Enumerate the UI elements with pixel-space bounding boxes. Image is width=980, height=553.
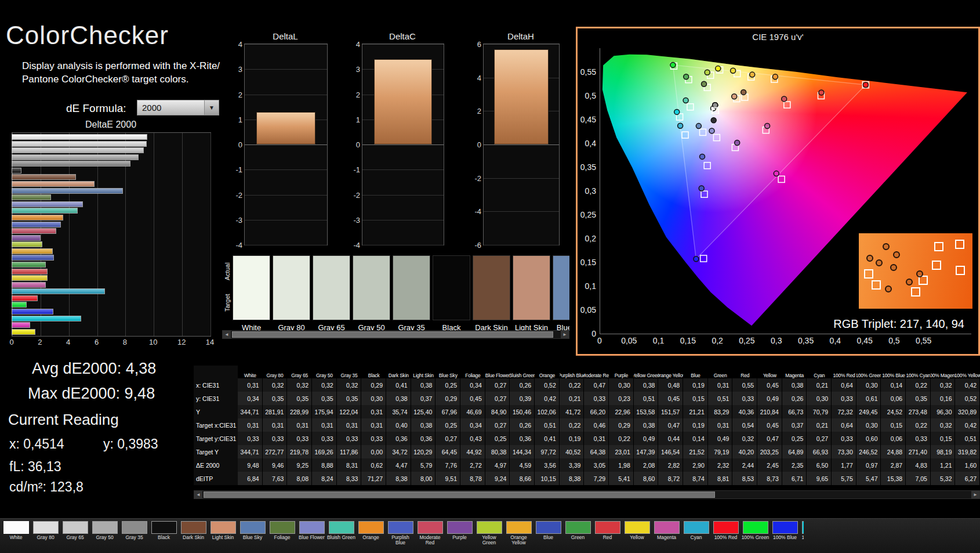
toolbar-patch-button[interactable]: Cyan <box>681 519 711 553</box>
table-cell: 6,71 <box>782 472 807 485</box>
toolbar-patch-button[interactable]: White <box>1 519 31 553</box>
toolbar-patch-button[interactable]: Blue Flower <box>297 519 326 553</box>
de-bars <box>12 133 210 336</box>
toolbar-patch-button[interactable]: 100% Green <box>741 519 770 553</box>
inset-target-marker <box>864 269 873 279</box>
toolbar-patch-chip <box>743 521 768 534</box>
cc-table: WhiteGray 80Gray 65Gray 50Gray 35BlackDa… <box>194 366 980 485</box>
table-cell: 0,33 <box>312 432 337 445</box>
toolbar-patch-button[interactable]: Red <box>593 519 622 553</box>
table-cell: 0,15 <box>881 418 906 432</box>
cie-panel: CIE 1976 u'v' 00,050,10,150,20,250,30,35… <box>576 27 980 356</box>
toolbar-patch-button[interactable]: Light Skin <box>208 519 238 553</box>
table-cell: 40,52 <box>560 445 585 458</box>
toolbar-patch-button[interactable]: Yellow <box>622 519 652 553</box>
table-cell: 97,72 <box>535 445 560 458</box>
toolbar-patch-chip <box>92 521 118 534</box>
toolbar-patch-button[interactable]: Magenta <box>652 519 681 553</box>
toolbar-patch-button[interactable]: Purplish Blue <box>386 519 415 553</box>
table-cell: 70,79 <box>807 405 832 418</box>
table-cell: 0,22 <box>906 378 931 392</box>
axis-tick-label: 0,45 <box>857 336 873 345</box>
table-column-header: Bluish Green <box>510 366 535 378</box>
table-cell: 0,42 <box>535 392 560 405</box>
table-scroll-thumb[interactable] <box>204 491 715 498</box>
table-cell: 228,99 <box>287 405 312 418</box>
table-cell: 153,58 <box>634 405 659 418</box>
toolbar-patch-button[interactable]: Blue Sky <box>238 519 267 553</box>
table-cell: 0,31 <box>584 432 609 445</box>
toolbar-patch-button[interactable]: 100% Blue <box>770 519 800 553</box>
axis-tick-label: 0 <box>228 140 242 149</box>
table-cell: 0,47 <box>757 432 782 445</box>
scroll-right-icon[interactable]: ► <box>971 491 979 498</box>
table-cell: 66,93 <box>807 445 832 458</box>
table-cell: 0,29 <box>435 392 460 405</box>
toolbar-patch-button[interactable]: 100% Cyan <box>800 519 804 553</box>
toolbar-patch-button[interactable]: Gray 80 <box>31 519 60 553</box>
de-formula-dropdown[interactable]: 2000 ▼ <box>137 100 219 115</box>
table-cell: 0,32 <box>312 378 337 392</box>
table-row-label: ΔE 2000 <box>194 458 238 472</box>
table-cell: 0,37 <box>782 418 807 432</box>
toolbar-patch-button[interactable]: Gray 35 <box>119 519 149 553</box>
table-cell: 5,47 <box>856 472 881 485</box>
toolbar-patch-button[interactable]: Gray 65 <box>60 519 90 553</box>
table-cell: 0,35 <box>287 392 312 405</box>
table-cell: 0,26 <box>510 418 535 432</box>
toolbar-patch-button[interactable]: Green <box>563 519 593 553</box>
toolbar-patch-button[interactable]: Orange <box>356 519 386 553</box>
de-bar <box>12 148 143 153</box>
table-cell: 8,78 <box>460 472 485 485</box>
swatch-scrollbar[interactable]: ◄ ► <box>222 330 569 339</box>
table-cell: 73,30 <box>832 445 856 458</box>
toolbar-patch-button[interactable]: Orange Yellow <box>504 519 533 553</box>
scroll-left-icon[interactable]: ◄ <box>194 491 202 498</box>
table-cell: 44,92 <box>460 445 485 458</box>
de-bar <box>12 229 56 233</box>
table-cell: 271,40 <box>906 445 931 458</box>
table-cell: 0,33 <box>337 432 362 445</box>
table-cell: 120,29 <box>411 445 436 458</box>
toolbar-patch-label: Yellow Green <box>475 535 504 545</box>
toolbar-patch-chip <box>772 521 798 534</box>
toolbar-patch-button[interactable]: Black <box>149 519 179 553</box>
table-column-header: Gray 35 <box>337 366 362 378</box>
table-column-header: Moderate Red <box>584 366 609 378</box>
table-cell: 0,48 <box>658 378 683 392</box>
toolbar-patch-button[interactable]: Blue <box>533 519 563 553</box>
table-cell: 0,30 <box>609 378 634 392</box>
toolbar-patch-button[interactable]: Dark Skin <box>179 519 208 553</box>
table-scrollbar[interactable]: ◄ ► <box>194 490 980 499</box>
scroll-left-icon[interactable]: ◄ <box>223 331 231 338</box>
table-cell: 0,19 <box>560 432 585 445</box>
chevron-down-icon[interactable]: ▼ <box>204 100 219 115</box>
toolbar-patch-button[interactable]: Bluish Green <box>326 519 356 553</box>
toolbar-patch-button[interactable]: Foliage <box>267 519 297 553</box>
table-cell: 125,40 <box>411 405 436 418</box>
de-bar <box>12 189 122 193</box>
axis-tick-label: 6 <box>95 338 99 346</box>
swatch-scroll-thumb[interactable] <box>232 331 553 338</box>
description: Display analysis is performed with the X… <box>22 59 220 86</box>
toolbar-patch-button[interactable]: Moderate Red <box>415 519 445 553</box>
axis-tick-label: 0,35 <box>798 336 814 345</box>
toolbar-patch-button[interactable]: Yellow Green <box>474 519 504 553</box>
table-cell: 0,33 <box>287 432 312 445</box>
toolbar-patch-chip <box>447 521 473 534</box>
table-cell: 3,56 <box>535 458 560 472</box>
table-column-header: 100% Red <box>832 366 856 378</box>
table-cell: 0,51 <box>708 392 733 405</box>
toolbar-patch-button[interactable]: Gray 50 <box>90 519 119 553</box>
toolbar-patch-button[interactable]: 100% Red <box>711 519 741 553</box>
axis-tick-label: 0 <box>597 336 602 345</box>
swatch-strip: WhiteGray 80Gray 65Gray 50Gray 35BlackDa… <box>233 255 569 332</box>
scroll-right-icon[interactable]: ► <box>561 331 569 338</box>
table-cell: 0,38 <box>411 418 436 432</box>
table-cell: 0,29 <box>609 418 634 432</box>
toolbar-patch-chip <box>802 521 804 534</box>
table-column-header: Blue Flower <box>485 366 510 378</box>
gridline <box>245 144 327 145</box>
inset-target-marker <box>932 261 941 270</box>
toolbar-patch-button[interactable]: Purple <box>445 519 474 553</box>
